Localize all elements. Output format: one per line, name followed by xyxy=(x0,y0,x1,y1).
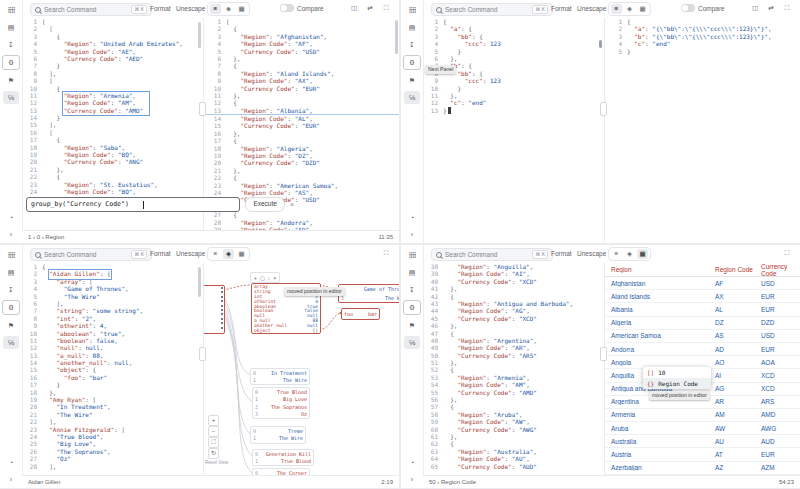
unescape-button[interactable]: Unescape xyxy=(577,250,606,257)
code-line[interactable]: 48 "Region": "Argentina", xyxy=(423,337,604,344)
json-editor-left[interactable]: 38 "Region": "Anguilla",39 "Region Code"… xyxy=(423,263,604,476)
graph-view-icon[interactable]: ◈ xyxy=(223,4,234,14)
compare-toggle[interactable]: Compare xyxy=(681,4,725,12)
code-line[interactable]: 56 }, xyxy=(423,396,604,403)
code-line[interactable]: 4 "ccc": 123 xyxy=(423,40,604,47)
code-line[interactable]: 19 "Region Code": "DZ", xyxy=(206,152,399,159)
code-line[interactable]: 51 }, xyxy=(423,359,604,366)
code-line[interactable]: 14 } xyxy=(22,114,203,121)
import-icon[interactable]: ↧ xyxy=(3,283,19,296)
scrollbar-thumb[interactable] xyxy=(198,267,201,297)
code-line[interactable]: 12 { xyxy=(206,99,399,106)
table-row[interactable]: AfghanistanAFUSD xyxy=(605,277,800,290)
code-line[interactable]: 11 "boolean": false, xyxy=(22,337,203,344)
node-copy-icon[interactable]: ▢ xyxy=(260,275,265,281)
code-line[interactable]: 9 [ xyxy=(22,77,203,84)
splitter-grip[interactable] xyxy=(600,347,607,361)
code-line[interactable]: 41 }, xyxy=(423,285,604,292)
code-line[interactable]: 59 "Region Code": "AW", xyxy=(423,418,604,425)
json-editor-left[interactable]: 1{2 "Aidan Gillen": {3 "array": [4 "Game… xyxy=(22,263,203,476)
json-view-icon[interactable]: {} xyxy=(403,55,421,70)
code-line[interactable]: 6 }, xyxy=(423,55,604,62)
collapse-icon[interactable]: › xyxy=(3,228,19,241)
app-logo-icon[interactable]: ⣿⣿ xyxy=(404,4,420,17)
graph-view-icon[interactable]: ◈ xyxy=(624,4,635,14)
code-line[interactable]: 25 "Big Love", xyxy=(22,440,203,447)
table-row[interactable]: ArubaAWAWG xyxy=(605,422,800,435)
document-icon[interactable]: ▤ xyxy=(404,21,420,34)
code-line[interactable]: 7 } xyxy=(22,62,203,69)
code-line[interactable]: 1{ xyxy=(22,263,203,270)
anwan-glover-node[interactable]: 0Treme1The Wire xyxy=(250,426,306,444)
code-line[interactable]: 5 } xyxy=(423,48,604,55)
code-line[interactable]: 21 }, xyxy=(206,167,399,174)
table-row[interactable]: Aland IslandsAXEUR xyxy=(605,290,800,303)
code-line[interactable]: 15 "object": { xyxy=(22,366,203,373)
code-line[interactable]: 23 "Annie Fitzgerald": [ xyxy=(22,426,203,433)
swap-panels-icon[interactable]: ⇄ xyxy=(365,3,375,13)
tools-icon[interactable]: ℅ xyxy=(3,336,19,349)
help-icon[interactable]: ◔ xyxy=(404,211,420,224)
swap-panels-icon[interactable]: ⇄ xyxy=(766,3,776,13)
code-line[interactable]: 4 "Region": "United Arab Emirates", xyxy=(22,40,203,47)
code-line[interactable]: 11 "Region": "Armenia", xyxy=(22,92,203,99)
foo-bar-node[interactable]: foobar xyxy=(341,308,380,320)
array-node[interactable]: 0Game of Thrones1The Wire xyxy=(338,284,399,303)
code-line[interactable]: 45 "Currency Code": "XCD" xyxy=(423,315,604,322)
code-line[interactable]: 2 "a": "{\"bb\":\"{\\\"ccc\\\":123}\"}", xyxy=(607,25,800,32)
code-line[interactable]: 21 }, xyxy=(22,166,203,173)
collapse-icon[interactable]: › xyxy=(404,228,420,241)
table-view-icon[interactable]: ▦ xyxy=(236,4,247,14)
fullscreen-icon[interactable]: ⛶ xyxy=(381,3,391,13)
code-line[interactable]: 5 "Currency Code": "USD" xyxy=(206,48,399,55)
code-line[interactable]: 13 "Currency Code": "AMD" xyxy=(22,107,203,114)
code-line[interactable]: 11 }, xyxy=(423,92,604,99)
collapse-icon[interactable]: › xyxy=(404,473,420,486)
text-view-icon[interactable]: ≡ xyxy=(611,249,622,259)
code-line[interactable]: 4 "Region Code": "AF", xyxy=(206,40,399,47)
fullscreen-icon[interactable]: ⛶ xyxy=(782,248,792,258)
code-line[interactable]: 6 ], xyxy=(22,300,203,307)
code-line[interactable]: 10 { xyxy=(22,85,203,92)
table-row[interactable]: AustriaATEUR xyxy=(605,448,800,461)
zoom-fit-button[interactable]: ⛶ xyxy=(208,437,219,448)
unescape-button[interactable]: Unescape xyxy=(577,5,606,12)
code-line[interactable]: 20 "Currency Code": "ANG" xyxy=(22,158,203,165)
code-line[interactable]: 23 "Region": "St. Eustatius", xyxy=(22,181,203,188)
code-line[interactable]: 50 "Currency Code": "ARS" xyxy=(423,352,604,359)
code-line[interactable]: 24 "Region Code": "BQ", xyxy=(22,188,203,195)
splitter-grip[interactable] xyxy=(199,102,206,116)
code-line[interactable]: 60 "Currency Code": "AWG" xyxy=(423,426,604,433)
code-line[interactable]: 2 { xyxy=(206,25,399,32)
scrollbar-thumb[interactable] xyxy=(599,40,602,48)
code-line[interactable]: 22 { xyxy=(206,174,399,181)
code-line[interactable]: 14 "Region Code": "AL", xyxy=(206,115,399,122)
annie-fitzgerald-node[interactable]: 0True Blood1Big Love2The Sopranos3Oz xyxy=(252,387,310,419)
code-line[interactable]: 1[ xyxy=(22,18,203,25)
code-line[interactable]: 55 "Currency Code": "AMD" xyxy=(423,389,604,396)
code-line[interactable]: 39 "Region Code": "AI", xyxy=(423,270,604,277)
popup-item[interactable]: [] 10 xyxy=(643,367,711,378)
code-line[interactable]: 1{ xyxy=(607,18,800,25)
close-query-icon[interactable]: × xyxy=(290,201,294,208)
code-line[interactable]: 3 "bb": { xyxy=(423,33,604,40)
code-line[interactable]: 5} xyxy=(607,48,800,55)
code-line[interactable]: 19 "Amy Ryan": [ xyxy=(22,396,203,403)
code-line[interactable]: 21 "The Wire" xyxy=(22,411,203,418)
code-line[interactable]: 17 { xyxy=(22,136,203,143)
code-line[interactable]: 22 ], xyxy=(22,418,203,425)
import-icon[interactable]: ↧ xyxy=(404,283,420,296)
format-button[interactable]: Format xyxy=(150,5,171,12)
code-line[interactable]: 3 "array": [ xyxy=(22,278,203,285)
code-line[interactable]: 8 "int": "2", xyxy=(22,315,203,322)
flag-icon[interactable]: ⚑ xyxy=(3,319,19,332)
code-line[interactable]: 46 }, xyxy=(423,322,604,329)
code-line[interactable]: 8 ], xyxy=(22,70,203,77)
code-line[interactable]: 10 "aboolean": "true", xyxy=(22,330,203,337)
code-line[interactable]: 20 "In Treatment", xyxy=(22,403,203,410)
tools-icon[interactable]: ℅ xyxy=(3,91,19,104)
zoom-reset-button[interactable]: ↻ xyxy=(208,448,219,459)
code-line[interactable]: 11 }, xyxy=(206,92,399,99)
graph-view-icon[interactable]: ◈ xyxy=(223,249,234,259)
scrollbar-thumb[interactable] xyxy=(395,20,398,54)
